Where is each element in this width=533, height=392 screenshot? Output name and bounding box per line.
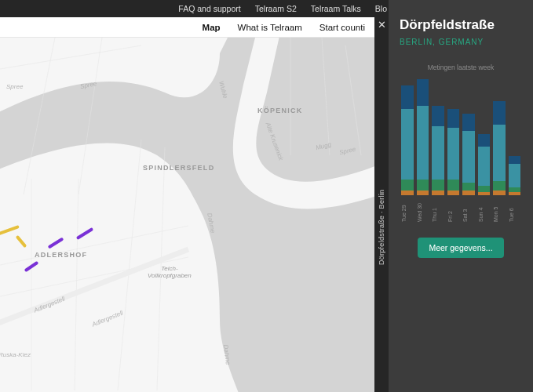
- chart-bar[interactable]: [462, 114, 475, 195]
- map-label-koepenick: KÖPENICK: [257, 107, 303, 114]
- chart-bar[interactable]: [478, 134, 491, 195]
- chart-x-label: Sun 4: [478, 203, 491, 222]
- map-label-ruska: Ruska-Kiez: [0, 351, 31, 358]
- map-label-spindlersfeld: SPINDLERSFELD: [143, 164, 214, 172]
- chart-x-label: Tue 6: [509, 203, 521, 222]
- chart-bar[interactable]: [432, 106, 444, 195]
- nav-blog[interactable]: Blo: [375, 4, 387, 13]
- close-icon[interactable]: ✕: [378, 19, 386, 31]
- tab-start-counting[interactable]: Start counti: [319, 23, 365, 32]
- chart-x-label: Wed 30: [417, 203, 429, 222]
- nav-faq[interactable]: FAQ and support: [178, 4, 240, 13]
- tab-bar: Map What is Telraam Start counti: [0, 17, 374, 38]
- chart-bar[interactable]: [401, 85, 414, 195]
- panel-handle-caption: Dörpfeldstraße · Berlin: [378, 31, 385, 392]
- tab-what[interactable]: What is Telraam: [238, 23, 302, 32]
- nav-s2[interactable]: Telraam S2: [255, 4, 297, 13]
- chart-bar[interactable]: [417, 79, 429, 195]
- chart-bar[interactable]: [493, 101, 506, 195]
- chart-x-label: Mon 5: [493, 203, 506, 222]
- chart-x-label: Fri 2: [447, 203, 460, 222]
- map-label-adlershof: ADLERSHOF: [35, 251, 87, 259]
- chart-x-label: Tue 29: [401, 203, 414, 222]
- panel-handle: ✕ Dörpfeldstraße · Berlin: [374, 17, 389, 392]
- more-data-button[interactable]: Meer gegevens...: [418, 238, 503, 258]
- chart-title: Metingen laatste week: [400, 64, 522, 71]
- panel-title: Dörpfeldstraße: [400, 17, 522, 33]
- chart-bar[interactable]: [447, 109, 460, 195]
- chart-x-label: Sat 3: [462, 203, 475, 222]
- map-label-teich: Teich- Vollkropfgraben: [148, 265, 192, 279]
- chart-bar[interactable]: [509, 156, 521, 195]
- nav-talks[interactable]: Telraam Talks: [311, 4, 361, 13]
- tab-map[interactable]: Map: [203, 23, 221, 32]
- map-canvas[interactable]: ADLERSHOF SPINDLERSFELD KÖPENICK Spree S…: [0, 38, 374, 392]
- detail-panel: Dörpfeldstraße BERLIN, GERMANY Metingen …: [389, 0, 533, 392]
- panel-subtitle: BERLIN, GERMANY: [400, 38, 522, 46]
- chart-x-labels: Tue 29Wed 30Thu 1Fri 2Sat 3Sun 4Mon 5Tue…: [400, 203, 522, 222]
- weekly-chart[interactable]: [400, 78, 522, 195]
- map-label-spree-1: Spree: [6, 83, 23, 90]
- chart-x-label: Thu 1: [432, 203, 444, 222]
